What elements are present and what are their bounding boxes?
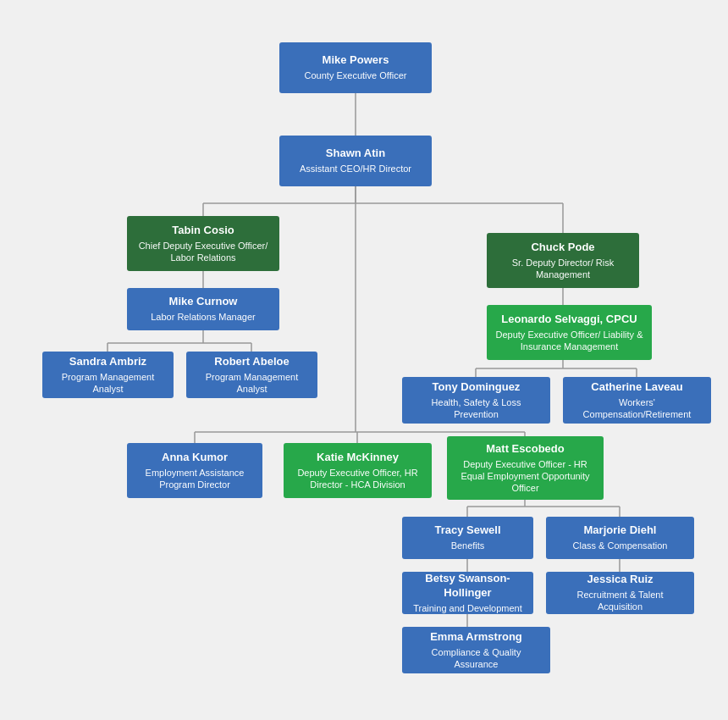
title-shawn_atin: Assistant CEO/HR Director	[300, 163, 411, 174]
name-mike_powers: Mike Powers	[323, 53, 389, 68]
name-tony_dominguez: Tony Dominguez	[433, 380, 521, 395]
name-catherine_laveau: Catherine Laveau	[591, 380, 682, 395]
box-mike_powers: Mike PowersCounty Executive Officer	[279, 42, 432, 93]
title-matt_escobedo: Deputy Executive Officer - HR Equal Empl…	[455, 458, 595, 495]
name-katie_mckinney: Katie McKinney	[317, 451, 399, 465]
name-marjorie_diehl: Marjorie Diehl	[584, 523, 657, 538]
title-mike_powers: County Executive Officer	[305, 69, 407, 81]
title-emma_armstrong: Compliance & Quality Assurance	[411, 646, 542, 671]
title-jessica_ruiz: Recruitment & Talent Acquisition	[554, 589, 686, 613]
box-robert_abeloe: Robert AbeloeProgram Management Analyst	[186, 352, 317, 398]
name-chuck_pode: Chuck Pode	[531, 241, 594, 255]
box-mike_curnow: Mike CurnowLabor Relations Manager	[127, 288, 279, 330]
box-tabin_cosio: Tabin CosioChief Deputy Executive Office…	[127, 216, 279, 271]
name-tabin_cosio: Tabin Cosio	[172, 224, 234, 238]
title-anna_kumor: Employment Assistance Program Director	[135, 467, 254, 491]
title-betsy_swanson: Training and Development	[413, 602, 522, 614]
box-jessica_ruiz: Jessica RuizRecruitment & Talent Acquisi…	[546, 572, 694, 614]
name-mike_curnow: Mike Curnow	[169, 295, 238, 309]
box-chuck_pode: Chuck PodeSr. Deputy Director/ Risk Mana…	[487, 233, 639, 288]
box-sandra_ambriz: Sandra AmbrizProgram Management Analyst	[42, 352, 174, 398]
name-matt_escobedo: Matt Escobedo	[486, 442, 564, 457]
title-katie_mckinney: Deputy Executive Officer, HR Director - …	[292, 467, 423, 491]
box-emma_armstrong: Emma ArmstrongCompliance & Quality Assur…	[402, 627, 550, 673]
title-leonardo_selvaggi: Deputy Executive Officer/ Liability & In…	[495, 329, 643, 353]
box-betsy_swanson: Betsy Swanson-HollingerTraining and Deve…	[402, 572, 533, 614]
title-sandra_ambriz: Program Management Analyst	[51, 371, 165, 396]
title-tony_dominguez: Health, Safety & Loss Prevention	[411, 396, 542, 421]
box-marjorie_diehl: Marjorie DiehlClass & Compensation	[546, 517, 694, 559]
name-jessica_ruiz: Jessica Ruiz	[587, 573, 653, 587]
box-shawn_atin: Shawn AtinAssistant CEO/HR Director	[279, 136, 432, 186]
name-shawn_atin: Shawn Atin	[326, 147, 385, 161]
title-catherine_laveau: Workers' Compensation/Retirement	[571, 396, 703, 421]
name-anna_kumor: Anna Kumor	[162, 451, 228, 465]
box-leonardo_selvaggi: Leonardo Selvaggi, CPCUDeputy Executive …	[487, 305, 652, 360]
name-emma_armstrong: Emma Armstrong	[430, 630, 522, 645]
title-robert_abeloe: Program Management Analyst	[195, 371, 309, 396]
title-mike_curnow: Labor Relations Manager	[151, 311, 256, 323]
name-robert_abeloe: Robert Abeloe	[214, 355, 289, 369]
name-tracy_sewell: Tracy Sewell	[434, 523, 500, 538]
title-marjorie_diehl: Class & Compensation	[573, 540, 668, 551]
box-anna_kumor: Anna KumorEmployment Assistance Program …	[127, 443, 262, 498]
title-chuck_pode: Sr. Deputy Director/ Risk Management	[495, 257, 631, 281]
name-leonardo_selvaggi: Leonardo Selvaggi, CPCU	[501, 313, 637, 327]
org-chart: Mike PowersCounty Executive OfficerShawn…	[17, 17, 711, 720]
box-tony_dominguez: Tony DominguezHealth, Safety & Loss Prev…	[402, 377, 550, 424]
box-catherine_laveau: Catherine LaveauWorkers' Compensation/Re…	[563, 377, 711, 424]
box-matt_escobedo: Matt EscobedoDeputy Executive Officer - …	[447, 436, 604, 500]
box-katie_mckinney: Katie McKinneyDeputy Executive Officer, …	[284, 443, 432, 498]
title-tracy_sewell: Benefits	[451, 540, 485, 551]
box-tracy_sewell: Tracy SewellBenefits	[402, 517, 533, 559]
name-betsy_swanson: Betsy Swanson-Hollinger	[411, 572, 525, 601]
name-sandra_ambriz: Sandra Ambriz	[69, 355, 146, 369]
title-tabin_cosio: Chief Deputy Executive Officer/ Labor Re…	[135, 240, 271, 264]
